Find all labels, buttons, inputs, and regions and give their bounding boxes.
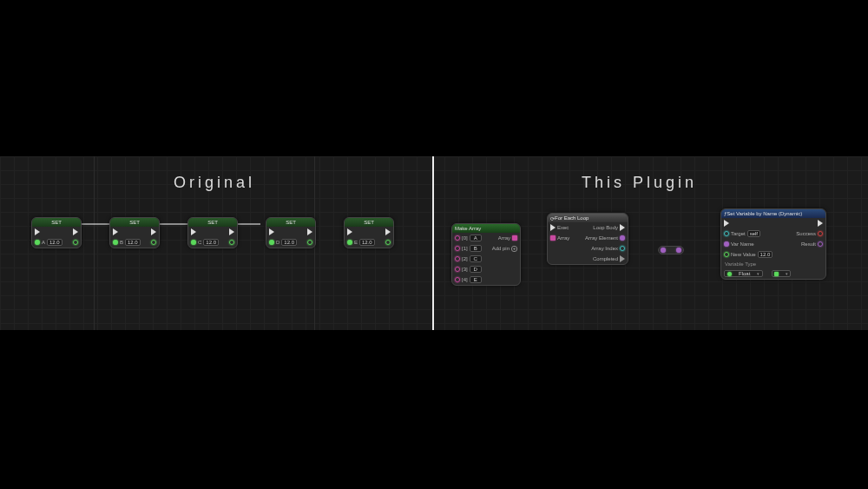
- set-node-b[interactable]: SET B12.0: [109, 217, 160, 248]
- add-pin-button[interactable]: Add pin+: [492, 246, 517, 252]
- value-input[interactable]: 12.0: [359, 239, 375, 246]
- heading-plugin: This Plugin: [582, 174, 697, 192]
- variable-type-dropdown[interactable]: Float ▾: [724, 270, 763, 277]
- array-out-pin[interactable]: [512, 235, 517, 241]
- exec-in-pin[interactable]: [35, 228, 40, 235]
- value-in-pin[interactable]: [347, 240, 352, 245]
- newvalue-input[interactable]: 12.0: [758, 251, 773, 258]
- newvalue-pin[interactable]: [724, 252, 729, 257]
- value-in-pin[interactable]: [35, 240, 40, 245]
- node-header[interactable]: ƒ Set Variable by Name (Dynamic): [721, 209, 825, 218]
- varname-pin[interactable]: [724, 241, 729, 247]
- exec-out-pin[interactable]: [818, 220, 823, 227]
- array-item-pin[interactable]: [455, 235, 460, 241]
- value-out-pin[interactable]: [73, 240, 78, 245]
- value-input[interactable]: 12.0: [281, 239, 297, 246]
- chevron-down-icon: ▾: [757, 271, 760, 276]
- node-header[interactable]: ⟳ For Each Loop: [548, 214, 628, 222]
- target-input[interactable]: self: [747, 230, 760, 237]
- exec-out-pin[interactable]: [385, 228, 391, 235]
- exec-out-pin[interactable]: [307, 228, 312, 235]
- result-out-pin[interactable]: [818, 241, 823, 247]
- item-input[interactable]: A: [470, 235, 482, 241]
- exec-in-pin[interactable]: [269, 228, 274, 235]
- container-type-dropdown[interactable]: ▾: [772, 270, 791, 277]
- item-input[interactable]: C: [470, 255, 482, 262]
- value-out-pin[interactable]: [229, 240, 234, 245]
- container-icon: [774, 272, 779, 276]
- exec-in-pin[interactable]: [550, 224, 556, 231]
- array-in-pin[interactable]: [550, 235, 556, 241]
- exec-in-pin[interactable]: [724, 220, 729, 227]
- panel-divider: [432, 156, 434, 330]
- section-label: Variable Type: [721, 260, 825, 268]
- grid-guide: [94, 156, 95, 330]
- loop-body-pin[interactable]: [620, 224, 625, 231]
- heading-original: Original: [174, 174, 255, 192]
- index-out-pin[interactable]: [620, 246, 625, 251]
- reroute-node[interactable]: [658, 246, 684, 254]
- node-header[interactable]: SET: [188, 218, 237, 227]
- exec-out-pin[interactable]: [151, 228, 156, 235]
- set-node-e[interactable]: SET E12.0: [344, 217, 394, 248]
- foreach-loop-node[interactable]: ⟳ For Each Loop ExecLoop Body ArrayArray…: [547, 213, 628, 265]
- set-node-a[interactable]: SET A12.0: [31, 217, 82, 248]
- completed-pin[interactable]: [620, 255, 625, 262]
- set-node-d[interactable]: SET D12.0: [266, 217, 316, 248]
- chevron-down-icon: ▾: [786, 271, 788, 276]
- target-pin[interactable]: [724, 231, 729, 236]
- array-item-pin[interactable]: [455, 277, 460, 282]
- array-item-pin[interactable]: [455, 267, 460, 272]
- exec-in-pin[interactable]: [113, 228, 118, 235]
- exec-out-pin[interactable]: [229, 228, 234, 235]
- node-header[interactable]: SET: [110, 218, 159, 227]
- value-out-pin[interactable]: [307, 240, 312, 245]
- value-out-pin[interactable]: [151, 240, 156, 245]
- item-input[interactable]: D: [470, 266, 482, 273]
- set-variable-by-name-node[interactable]: ƒ Set Variable by Name (Dynamic) Targets…: [720, 208, 826, 280]
- reroute-out-pin[interactable]: [676, 248, 681, 253]
- reroute-in-pin[interactable]: [661, 248, 666, 253]
- value-in-pin[interactable]: [191, 240, 196, 245]
- value-out-pin[interactable]: [385, 240, 391, 245]
- value-input[interactable]: 12.0: [125, 239, 141, 246]
- item-input[interactable]: B: [470, 245, 482, 252]
- item-input[interactable]: E: [470, 276, 482, 283]
- success-out-pin[interactable]: [818, 231, 823, 236]
- node-header[interactable]: SET: [32, 218, 81, 227]
- set-node-c[interactable]: SET C12.0: [187, 217, 238, 248]
- node-header[interactable]: SET: [266, 218, 315, 227]
- exec-in-pin[interactable]: [347, 228, 352, 235]
- type-color-icon: [727, 272, 732, 276]
- value-input[interactable]: 12.0: [203, 239, 219, 246]
- value-in-pin[interactable]: [113, 240, 118, 245]
- make-array-node[interactable]: Make Array [0]AArray [1]BAdd pin+ [2]C […: [451, 223, 521, 286]
- value-input[interactable]: 12.0: [47, 239, 62, 246]
- element-out-pin[interactable]: [620, 235, 625, 241]
- array-item-pin[interactable]: [455, 256, 460, 261]
- exec-out-pin[interactable]: [73, 228, 78, 235]
- plus-icon: +: [511, 246, 517, 252]
- node-header[interactable]: SET: [345, 218, 393, 227]
- exec-in-pin[interactable]: [191, 228, 196, 235]
- value-in-pin[interactable]: [269, 240, 274, 245]
- comparison-stage: Original This Plugin SET A12.0 SET B12.0…: [0, 156, 868, 330]
- node-header[interactable]: Make Array: [452, 224, 520, 233]
- array-item-pin[interactable]: [455, 246, 460, 251]
